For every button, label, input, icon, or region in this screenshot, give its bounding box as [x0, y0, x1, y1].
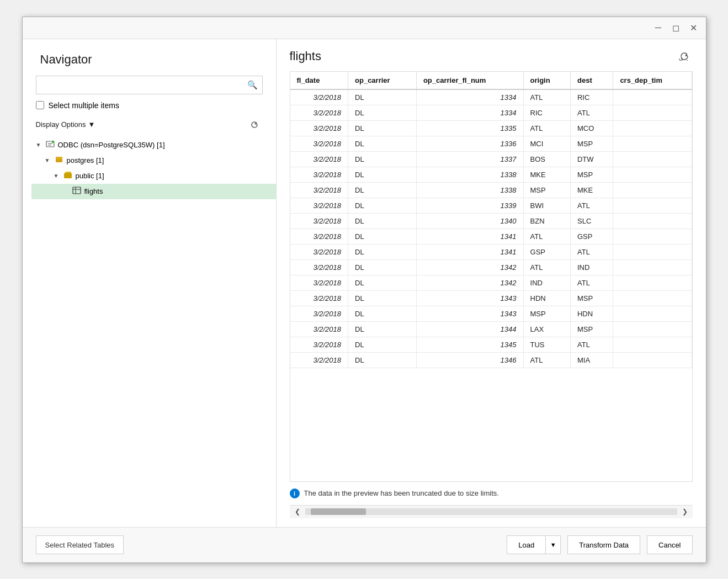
collapse-icon-connection: ▼ [36, 142, 42, 148]
maximize-button[interactable]: ◻ [668, 20, 684, 35]
database-icon [55, 155, 63, 166]
cell-fl_date: 3/2/2018 [290, 259, 348, 275]
load-button[interactable]: Load [507, 535, 545, 554]
cell-dest: GSP [570, 229, 613, 244]
cell-crs_dep_tim [613, 198, 692, 213]
scroll-track[interactable] [305, 508, 677, 515]
cell-fl_num: 1340 [416, 213, 523, 229]
svg-rect-8 [73, 187, 81, 194]
cell-fl_date: 3/2/2018 [290, 136, 348, 151]
cell-op_carrier: DL [348, 213, 417, 229]
footer: Select Related Tables Load ▼ Transform D… [23, 527, 706, 562]
collapse-icon-database: ▼ [45, 157, 51, 163]
tree-item-schema[interactable]: ▼ public [1] [31, 168, 276, 184]
search-icon: 🔍 [247, 80, 258, 90]
cell-op_carrier: DL [348, 182, 417, 198]
cell-crs_dep_tim [613, 105, 692, 120]
dropdown-arrow-icon: ▼ [550, 541, 556, 548]
tree-item-connection[interactable]: ▼ ODBC (dsn=PostgreSQL35W) [1] [31, 137, 276, 153]
col-op_carrier: op_carrier [348, 72, 417, 89]
cell-crs_dep_tim [613, 259, 692, 275]
cell-op_carrier: DL [348, 136, 417, 151]
connection-label: ODBC (dsn=PostgreSQL35W) [1] [58, 141, 165, 149]
cell-op_carrier: DL [348, 337, 417, 352]
cell-fl_num: 1337 [416, 151, 523, 167]
cell-dest: MIA [570, 352, 613, 368]
search-area: 🔍 [23, 76, 276, 101]
cell-fl_date: 3/2/2018 [290, 244, 348, 259]
search-input[interactable] [41, 81, 247, 89]
cell-crs_dep_tim [613, 167, 692, 182]
cell-crs_dep_tim [613, 337, 692, 352]
cell-fl_num: 1344 [416, 321, 523, 337]
tree-item-database[interactable]: ▼ postgres [1] [31, 153, 276, 168]
cell-fl_num: 1335 [416, 120, 523, 136]
select-multiple-checkbox[interactable] [36, 101, 44, 109]
table-row: 3/2/2018 DL 1341 GSP ATL [290, 244, 692, 259]
table-row: 3/2/2018 DL 1343 HDN MSP [290, 290, 692, 306]
table-row: 3/2/2018 DL 1343 MSP HDN [290, 306, 692, 321]
cell-dest: MSP [570, 290, 613, 306]
cell-dest: IND [570, 259, 613, 275]
transform-data-button[interactable]: Transform Data [567, 535, 640, 554]
svg-rect-5 [56, 157, 62, 159]
table-row: 3/2/2018 DL 1339 BWI ATL [290, 198, 692, 213]
display-options-label: Display Options [36, 120, 86, 129]
cell-fl_date: 3/2/2018 [290, 321, 348, 337]
cell-op_carrier: DL [348, 229, 417, 244]
col-origin: origin [523, 72, 570, 89]
table-row: 3/2/2018 DL 1342 IND ATL [290, 275, 692, 290]
cell-crs_dep_tim [613, 151, 692, 167]
cell-origin: MCI [523, 136, 570, 151]
scroll-left-button[interactable]: ❮ [292, 506, 303, 517]
load-dropdown-button[interactable]: ▼ [545, 535, 561, 554]
cell-fl_date: 3/2/2018 [290, 352, 348, 368]
left-panel: Navigator 🔍 Select multiple items Displa… [23, 39, 277, 527]
data-table-wrapper: fl_date op_carrier op_carrier_fl_num ori… [290, 71, 693, 482]
minimize-button[interactable]: ─ [651, 20, 666, 35]
cell-origin: ATL [523, 120, 570, 136]
tree-item-table-flights[interactable]: ▶ flights [31, 184, 276, 199]
cell-dest: ATL [570, 105, 613, 120]
table-row: 3/2/2018 DL 1335 ATL MCO [290, 120, 692, 136]
cell-op_carrier: DL [348, 321, 417, 337]
cell-dest: RIC [570, 89, 613, 105]
svg-marker-7 [64, 172, 71, 173]
truncate-notice: i The data in the preview has been trunc… [290, 482, 693, 505]
cell-fl_date: 3/2/2018 [290, 290, 348, 306]
cell-fl_date: 3/2/2018 [290, 198, 348, 213]
table-row: 3/2/2018 DL 1342 ATL IND [290, 259, 692, 275]
close-button[interactable]: ✕ [686, 20, 702, 35]
cell-op_carrier: DL [348, 275, 417, 290]
scroll-right-button[interactable]: ❯ [679, 506, 690, 517]
navigator-window: ─ ◻ ✕ Navigator 🔍 Select multiple items [22, 17, 706, 563]
search-box: 🔍 [36, 76, 263, 94]
cell-fl_date: 3/2/2018 [290, 275, 348, 290]
header-row: fl_date op_carrier op_carrier_fl_num ori… [290, 72, 692, 89]
cell-origin: LAX [523, 321, 570, 337]
cell-origin: HDN [523, 290, 570, 306]
cell-origin: MSP [523, 182, 570, 198]
cell-dest: MSP [570, 167, 613, 182]
cell-dest: ATL [570, 275, 613, 290]
data-table: fl_date op_carrier op_carrier_fl_num ori… [290, 72, 692, 368]
select-related-tables-button[interactable]: Select Related Tables [36, 535, 124, 554]
cancel-button[interactable]: Cancel [647, 535, 692, 554]
cell-dest: ATL [570, 198, 613, 213]
cell-crs_dep_tim [613, 213, 692, 229]
table-row: 3/2/2018 DL 1334 ATL RIC [290, 89, 692, 105]
cell-dest: HDN [570, 306, 613, 321]
cell-crs_dep_tim [613, 352, 692, 368]
cell-fl_date: 3/2/2018 [290, 182, 348, 198]
cell-origin: GSP [523, 244, 570, 259]
display-options-button[interactable]: Display Options ▼ [36, 120, 95, 129]
table-body: 3/2/2018 DL 1334 ATL RIC 3/2/2018 DL 133… [290, 89, 692, 368]
left-panel-refresh-button[interactable] [246, 116, 263, 133]
navigator-title: Navigator [23, 39, 276, 76]
cell-op_carrier: DL [348, 105, 417, 120]
cell-crs_dep_tim [613, 290, 692, 306]
right-panel-refresh-button[interactable] [676, 48, 693, 65]
cell-fl_num: 1345 [416, 337, 523, 352]
cell-crs_dep_tim [613, 275, 692, 290]
refresh-icon [249, 120, 259, 130]
